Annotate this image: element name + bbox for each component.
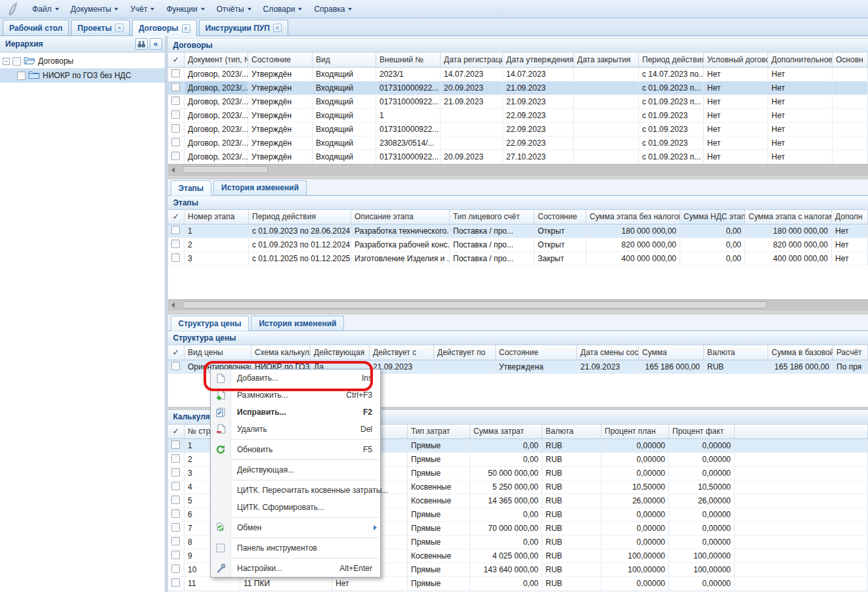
- row-checkbox[interactable]: [171, 362, 180, 370]
- column-header[interactable]: Дата утверждения: [503, 53, 574, 67]
- row-checkbox[interactable]: [171, 482, 180, 490]
- table-row[interactable]: Договор, 2023/...УтверждёнВходящий017310…: [168, 122, 868, 136]
- menu-item-10[interactable]: ЦИТК. Сформировать...: [211, 499, 380, 516]
- tab-price-history[interactable]: История изменений: [251, 316, 344, 330]
- menu-item-9[interactable]: ЦИТК. Пересчитать косвенные затраты...: [211, 482, 380, 499]
- main-tab-1[interactable]: Проекты×: [71, 20, 130, 35]
- row-checkbox[interactable]: [171, 124, 180, 133]
- menu-item-7[interactable]: Действующая...: [211, 461, 380, 478]
- row-checkbox[interactable]: [171, 240, 180, 248]
- column-header[interactable]: Внешний №: [376, 53, 441, 67]
- row-checkbox[interactable]: [171, 138, 180, 146]
- column-header[interactable]: Номер этапа: [184, 210, 249, 224]
- scrollbar-thumb[interactable]: [183, 166, 268, 173]
- row-checkbox[interactable]: [171, 578, 180, 587]
- column-header[interactable]: Состояние: [496, 345, 577, 360]
- column-header[interactable]: Период действия: [249, 210, 351, 224]
- main-tab-3[interactable]: Инструкции ПУП×: [199, 20, 288, 35]
- close-icon[interactable]: ×: [115, 24, 123, 32]
- row-checkbox[interactable]: [171, 454, 180, 463]
- column-header[interactable]: Дата регистрации.: [441, 53, 503, 67]
- select-all-header[interactable]: ✓: [168, 53, 184, 67]
- menubar-item-6[interactable]: Справка: [308, 3, 358, 16]
- select-all-header[interactable]: ✓: [168, 210, 184, 224]
- tree-checkbox[interactable]: [12, 57, 21, 66]
- scroll-left-icon[interactable]: [168, 165, 179, 175]
- row-checkbox[interactable]: [171, 509, 180, 518]
- menu-item-3[interactable]: УдалитьDel: [211, 421, 380, 438]
- close-icon[interactable]: ×: [182, 24, 190, 33]
- tab-price-structure[interactable]: Структура цены: [171, 316, 250, 331]
- column-header[interactable]: Сумма этапа без налогов: [586, 210, 680, 224]
- column-header[interactable]: Дата смены состоя: [577, 345, 639, 360]
- row-checkbox[interactable]: [171, 152, 180, 160]
- table-row[interactable]: Договор, 2023/...УтверждёнВходящий017310…: [168, 81, 868, 95]
- column-header[interactable]: Тип затрат: [408, 425, 470, 439]
- column-header[interactable]: Действует по: [434, 345, 496, 360]
- column-header[interactable]: Сумма НДС этапа: [680, 210, 745, 224]
- row-checkbox[interactable]: [171, 496, 180, 504]
- horizontal-splitter[interactable]: [168, 310, 868, 314]
- tree-item-niokr[interactable]: НИОКР по ГОЗ без НДС: [0, 68, 165, 83]
- row-checkbox[interactable]: [171, 110, 180, 119]
- scroll-left-icon[interactable]: [168, 300, 179, 310]
- main-tab-2[interactable]: Договоры×: [132, 20, 196, 36]
- select-all-header[interactable]: ✓: [168, 425, 184, 439]
- column-header[interactable]: Период действия..: [639, 53, 704, 67]
- row-checkbox[interactable]: [171, 96, 180, 105]
- row-checkbox[interactable]: [171, 226, 180, 234]
- row-checkbox[interactable]: [171, 83, 180, 91]
- menu-item-12[interactable]: Обмен: [211, 519, 380, 536]
- menubar-item-2[interactable]: Учёт: [124, 3, 160, 16]
- row-checkbox[interactable]: [171, 468, 180, 476]
- column-header[interactable]: Вид: [313, 53, 376, 67]
- table-row[interactable]: Договор, 2023/...УтверждёнВходящий122.09…: [168, 108, 868, 122]
- binoculars-icon[interactable]: [135, 38, 148, 50]
- tree-expand-icon[interactable]: −: [3, 58, 10, 65]
- table-row[interactable]: 1с 01.09.2023 по 28.06.2024Разработка те…: [168, 224, 868, 238]
- column-header[interactable]: Схема калькуляци: [251, 345, 311, 360]
- column-header[interactable]: [735, 425, 868, 439]
- table-row[interactable]: Договор, 2023/...УтверждёнВходящий017310…: [168, 150, 868, 163]
- table-row[interactable]: 1111 ПКИНетПрямые0,00RUB0,000000,00000: [168, 577, 868, 591]
- row-checkbox[interactable]: [171, 69, 180, 77]
- column-header[interactable]: Сумма этапа с налогами: [745, 210, 832, 224]
- select-all-header[interactable]: ✓: [168, 345, 184, 360]
- scrollbar-thumb[interactable]: [183, 301, 767, 308]
- column-header[interactable]: Основн: [833, 53, 868, 67]
- menu-item-16[interactable]: Настройки...Alt+Enter: [211, 560, 380, 577]
- column-header[interactable]: Условный договор: [704, 53, 768, 67]
- menu-item-14[interactable]: Панель инструментов: [211, 539, 380, 557]
- menubar-item-3[interactable]: Функции: [160, 3, 210, 16]
- column-header[interactable]: Процент план: [601, 425, 669, 439]
- column-header[interactable]: Дополнительное с: [768, 53, 833, 67]
- tree-checkbox[interactable]: [17, 72, 26, 80]
- column-header[interactable]: Дополн: [832, 210, 868, 224]
- row-checkbox[interactable]: [171, 564, 180, 573]
- menubar-item-1[interactable]: Документы: [65, 3, 125, 16]
- column-header[interactable]: Валюта: [542, 425, 601, 439]
- collapse-panel-button[interactable]: «: [150, 38, 162, 50]
- close-icon[interactable]: ×: [273, 24, 282, 32]
- column-header[interactable]: Валюта: [704, 345, 768, 360]
- menubar-item-5[interactable]: Словари: [257, 3, 309, 16]
- row-checkbox[interactable]: [171, 551, 180, 559]
- menu-item-2[interactable]: Исправить...F2: [211, 404, 380, 421]
- column-header[interactable]: Состояние: [534, 210, 586, 224]
- tab-stages-history[interactable]: История изменений: [213, 180, 307, 195]
- menubar-item-0[interactable]: Файл: [26, 3, 65, 16]
- column-header[interactable]: Сумма затрат: [470, 425, 542, 439]
- row-checkbox[interactable]: [171, 523, 180, 532]
- menubar-item-4[interactable]: Отчёты: [211, 3, 257, 16]
- column-header[interactable]: Описание этапа: [351, 210, 450, 224]
- column-header[interactable]: Процент факт: [669, 425, 735, 439]
- column-header[interactable]: Состояние: [248, 53, 313, 67]
- column-header[interactable]: Сумма: [639, 345, 704, 360]
- column-header[interactable]: Вид цены: [184, 345, 251, 360]
- row-checkbox[interactable]: [171, 253, 180, 262]
- tab-stages[interactable]: Этапы: [171, 180, 212, 196]
- table-row[interactable]: Договор, 2023/...УтверждёнВходящий017310…: [168, 95, 868, 108]
- table-row[interactable]: 3с 01.01.2025 по 01.12.2025Изготовление …: [168, 252, 868, 266]
- column-header[interactable]: Тип лицевого счёт: [450, 210, 534, 224]
- menu-item-5[interactable]: ОбновитьF5: [211, 441, 380, 458]
